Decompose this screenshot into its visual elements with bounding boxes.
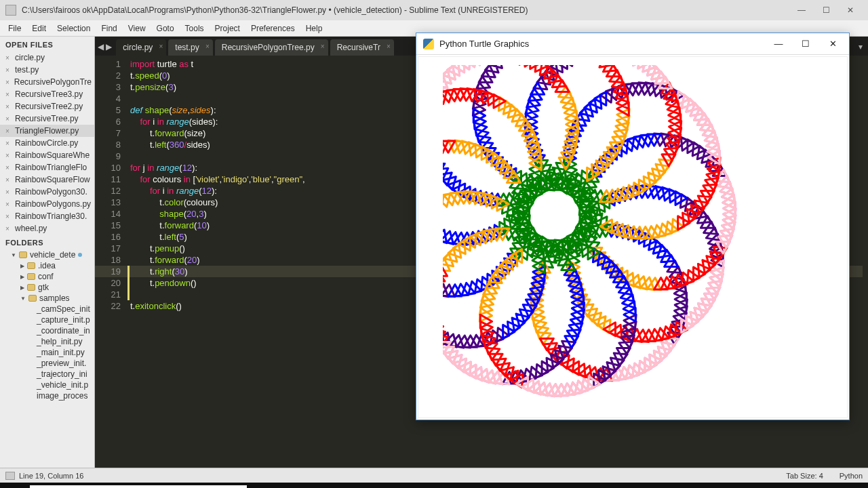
maximize-button[interactable]: ☐ [814, 3, 838, 17]
close-icon[interactable]: × [5, 201, 12, 208]
editor-tab[interactable]: RecursiveTr× [330, 39, 394, 56]
editor-tab[interactable]: circle.py× [116, 39, 166, 56]
close-icon[interactable]: × [5, 127, 12, 135]
close-icon[interactable]: × [5, 213, 12, 220]
taskbar-app[interactable]: Pyt... [642, 483, 684, 488]
close-icon[interactable]: × [5, 115, 12, 123]
taskbar-app[interactable]: Cm... [431, 483, 473, 488]
turtle-close-button[interactable]: ✕ [819, 35, 846, 54]
folder-item[interactable]: ▶.idea [7, 260, 94, 271]
open-file-item[interactable]: ×circle.py [0, 52, 94, 64]
open-file-item[interactable]: ×RainbowTriangleFlo [0, 161, 94, 174]
file-item[interactable]: _trajectory_ini [7, 369, 94, 380]
open-file-item[interactable]: ×RecursivePolygonTre [0, 76, 94, 88]
taskbar-pinned-icon[interactable] [332, 483, 361, 488]
chevron-icon: ▶ [20, 263, 24, 269]
tab-nav-arrows[interactable]: ◀ ▶ [98, 42, 116, 56]
folder-item[interactable]: ▶conf [7, 271, 94, 282]
app-icon [5, 5, 16, 16]
folder-item[interactable]: ▶gtk [7, 282, 94, 293]
tab-overflow-icon[interactable]: ▾ [853, 42, 868, 56]
open-file-item[interactable]: ×RainbowTriangle30. [0, 210, 94, 222]
file-item[interactable]: _vehicle_init.p [7, 380, 94, 390]
folder-root[interactable]: ▼vehicle_dete [7, 249, 94, 260]
menu-preferences[interactable]: Preferences [245, 24, 300, 33]
file-label: RainbowTriangle30. [15, 211, 87, 221]
file-item[interactable]: _coordinate_in [7, 325, 94, 336]
file-label: circle.py [15, 53, 45, 62]
open-file-item[interactable]: ×test.py [0, 64, 94, 76]
open-file-item[interactable]: ×RecursiveTree2.py [0, 100, 94, 113]
open-file-item[interactable]: ×RecursiveTree.py [0, 113, 94, 125]
folder-icon [27, 262, 35, 269]
file-item[interactable]: _preview_init. [7, 358, 94, 369]
taskbar-pinned-icon[interactable] [275, 483, 304, 488]
file-label: _vehicle_init.p [37, 380, 88, 390]
status-language[interactable]: Python [840, 472, 863, 480]
menu-project[interactable]: Project [210, 24, 245, 33]
chevron-icon: ▶ [20, 285, 24, 291]
file-item[interactable]: _help_init.py [7, 336, 94, 347]
minimize-button[interactable]: — [789, 3, 814, 17]
taskbar-app[interactable]: Mov... [557, 483, 599, 488]
menu-help[interactable]: Help [300, 24, 328, 33]
taskbar-pinned-icon[interactable] [304, 483, 332, 488]
file-label: RainbowPolygons.py [15, 199, 91, 209]
turtle-maximize-button[interactable]: ☐ [792, 35, 819, 54]
open-file-item[interactable]: ×TriangleFlower.py [0, 125, 94, 137]
taskbar-search[interactable]: Type here to search 🎤 [30, 485, 247, 488]
close-icon[interactable]: × [5, 176, 12, 184]
close-icon[interactable]: × [5, 54, 12, 62]
close-icon[interactable]: × [5, 164, 12, 171]
editor-tab[interactable]: RecursivePolygonTree.py× [215, 39, 328, 56]
menu-find[interactable]: Find [96, 24, 122, 33]
file-label: RecursivePolygonTre [14, 77, 92, 87]
close-icon[interactable]: × [5, 188, 12, 196]
menu-view[interactable]: View [123, 24, 151, 33]
start-button[interactable] [0, 483, 30, 488]
statusbar: Line 19, Column 16 Tab Size: 4 Python [0, 468, 868, 483]
turtle-canvas [418, 56, 848, 418]
menu-goto[interactable]: Goto [151, 24, 180, 33]
close-icon[interactable]: × [5, 66, 12, 74]
file-item[interactable]: _capture_init.p [7, 314, 94, 325]
open-file-item[interactable]: ×RainbowPolygons.py [0, 198, 94, 210]
close-icon[interactable]: × [5, 140, 12, 147]
taskbar-pinned-icon[interactable] [361, 483, 389, 488]
open-file-item[interactable]: ×RainbowSquareWhe [0, 149, 94, 161]
open-file-item[interactable]: ×RecursiveTree3.py [0, 88, 94, 100]
taskbar-app[interactable]: 1 of ... [515, 483, 557, 488]
close-icon[interactable]: × [205, 43, 210, 50]
close-icon[interactable]: × [5, 152, 12, 159]
taskbar-app[interactable]: YouT... [389, 483, 431, 488]
menu-edit[interactable]: Edit [26, 24, 52, 33]
open-file-item[interactable]: ×wheel.py [0, 222, 94, 235]
menu-file[interactable]: File [3, 24, 26, 33]
close-icon[interactable]: × [5, 225, 12, 232]
taskbar-pinned-icon[interactable] [247, 483, 275, 488]
turtle-minimize-button[interactable]: — [765, 35, 792, 54]
file-item[interactable]: image_proces [7, 390, 94, 401]
taskbar-app[interactable]: c.txt ... [599, 483, 642, 488]
file-item[interactable]: _camSpec_init [7, 304, 94, 314]
close-icon[interactable]: × [387, 43, 391, 50]
open-file-item[interactable]: ×RainbowCircle.py [0, 137, 94, 149]
file-label: _trajectory_ini [37, 369, 87, 379]
taskbar-app[interactable]: C:\U... [473, 483, 515, 488]
close-icon[interactable]: × [5, 91, 12, 98]
file-item[interactable]: _main_init.py [7, 347, 94, 358]
menu-selection[interactable]: Selection [52, 24, 96, 33]
open-file-item[interactable]: ×RainbowSquareFlow [0, 174, 94, 186]
close-button[interactable]: ✕ [838, 3, 863, 17]
open-file-item[interactable]: ×RainbowPolygon30. [0, 186, 94, 198]
file-label: _preview_init. [37, 359, 86, 368]
close-icon[interactable]: × [5, 103, 12, 110]
folder-item[interactable]: ▼samples [7, 293, 94, 304]
status-tab-size[interactable]: Tab Size: 4 [786, 472, 823, 480]
menu-tools[interactable]: Tools [180, 24, 210, 33]
folder-icon [28, 295, 37, 302]
close-icon[interactable]: × [321, 43, 325, 50]
editor-tab[interactable]: test.py× [168, 39, 212, 56]
close-icon[interactable]: × [159, 43, 163, 50]
close-icon[interactable]: × [5, 79, 12, 86]
